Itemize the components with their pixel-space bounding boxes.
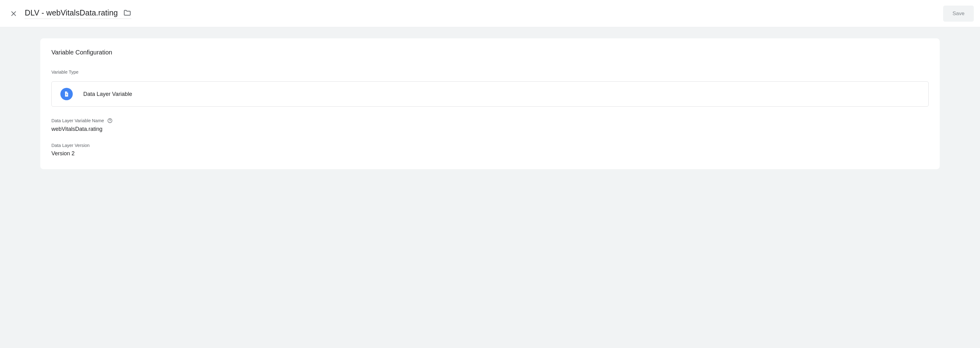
variable-type-label: Variable Type xyxy=(51,70,929,74)
help-icon[interactable] xyxy=(107,118,113,123)
variable-config-card: Variable Configuration Variable Type Dat… xyxy=(40,38,940,169)
dlv-name-field: Data Layer Variable Name webVitalsData.r… xyxy=(51,118,929,132)
dlv-version-label: Data Layer Version xyxy=(51,143,89,148)
dlv-name-value: webVitalsData.rating xyxy=(51,126,929,132)
dlv-version-field: Data Layer Version Version 2 xyxy=(51,143,929,157)
header-bar: DLV - webVitalsData.rating Save xyxy=(0,0,980,27)
save-button[interactable]: Save xyxy=(943,6,974,22)
variable-type-selector[interactable]: Data Layer Variable xyxy=(51,81,929,107)
svg-rect-3 xyxy=(66,95,67,95)
close-button[interactable] xyxy=(6,6,21,21)
variable-title: DLV - webVitalsData.rating xyxy=(25,8,118,17)
workspace: Variable Configuration Variable Type Dat… xyxy=(0,27,980,348)
close-icon xyxy=(10,10,17,17)
svg-rect-2 xyxy=(66,94,67,94)
dlv-name-label: Data Layer Variable Name xyxy=(51,118,104,123)
folder-icon[interactable] xyxy=(123,9,131,17)
document-icon xyxy=(60,88,73,100)
svg-point-5 xyxy=(110,122,110,122)
variable-type-value: Data Layer Variable xyxy=(83,91,132,97)
card-title: Variable Configuration xyxy=(51,49,929,56)
dlv-version-value: Version 2 xyxy=(51,150,929,157)
title-input[interactable]: DLV - webVitalsData.rating xyxy=(25,8,131,19)
